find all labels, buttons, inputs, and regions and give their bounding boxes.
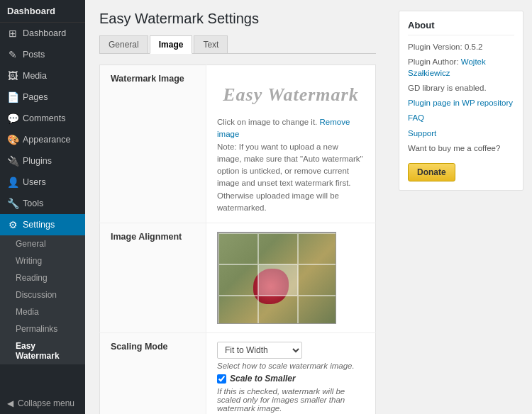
sidebar-item-media[interactable]: 🖼Media bbox=[0, 65, 85, 86]
gd-library-status: GD library is enabled. bbox=[408, 82, 514, 94]
sidebar-icon: 💬 bbox=[7, 113, 18, 124]
sidebar-label: Settings bbox=[23, 220, 55, 230]
sidebar-icon: 📄 bbox=[7, 91, 18, 103]
coffee-text: Want to buy me a coffee? bbox=[408, 142, 514, 154]
plugin-version-label: Plugin Version: bbox=[408, 43, 462, 51]
sidebar-item-tools[interactable]: 🔧Tools bbox=[0, 193, 85, 214]
tab-image[interactable]: Image bbox=[150, 35, 193, 54]
sidebar-item-users[interactable]: 👤Users bbox=[0, 172, 85, 193]
image-alignment-content bbox=[206, 223, 376, 333]
about-link-row: Support bbox=[408, 128, 514, 139]
sidebar-label: Tools bbox=[23, 198, 43, 208]
watermark-note: Note: If you want to upload a new image,… bbox=[217, 142, 363, 212]
about-link-row: FAQ bbox=[408, 112, 514, 123]
sidebar-label: Users bbox=[23, 177, 46, 187]
image-alignment-label: Image Alignment bbox=[100, 223, 206, 333]
alignment-cell-0[interactable] bbox=[218, 233, 258, 264]
watermark-desc: Click on image to change it. Remove imag… bbox=[217, 116, 365, 214]
sidebar-item-settings[interactable]: ⚙Settings bbox=[0, 214, 85, 235]
alignment-cell-1[interactable] bbox=[258, 233, 298, 264]
watermark-image-content: Easy Watermark Click on image to change … bbox=[206, 65, 376, 223]
main-area: Easy Watermark Settings GeneralImageText… bbox=[85, 0, 532, 414]
sidebar-label: Pages bbox=[23, 92, 48, 102]
about-link[interactable]: FAQ bbox=[408, 113, 424, 122]
submenu-item-media[interactable]: Media bbox=[0, 303, 85, 320]
sidebar-label: Comments bbox=[23, 113, 65, 123]
sidebar-icon: ⚙ bbox=[7, 219, 18, 230]
about-link-row: Plugin page in WP repository bbox=[408, 97, 514, 108]
sidebar-item-posts[interactable]: ✎Posts bbox=[0, 44, 85, 65]
alignment-cell-8[interactable] bbox=[298, 296, 336, 324]
sidebar-icon: 🖼 bbox=[7, 70, 18, 82]
settings-table: Watermark Image Easy Watermark Click on … bbox=[99, 65, 376, 414]
sidebar-icon: ⊞ bbox=[7, 28, 18, 39]
sidebar-title[interactable]: Dashboard bbox=[0, 0, 85, 23]
sidebar-item-dashboard[interactable]: ⊞Dashboard bbox=[0, 23, 85, 44]
scaling-mode-content: Fit to WidthFit to HeightFit to ImageCus… bbox=[206, 333, 376, 415]
about-links: Plugin page in WP repositoryFAQSupport bbox=[408, 97, 514, 138]
watermark-text-display: Easy Watermark bbox=[223, 84, 358, 106]
sidebar-item-appearance[interactable]: 🎨Appearance bbox=[0, 129, 85, 150]
sidebar: Dashboard ⊞Dashboard✎Posts🖼Media📄Pages💬C… bbox=[0, 0, 85, 414]
sidebar-label: Appearance bbox=[23, 135, 70, 145]
sidebar-item-comments[interactable]: 💬Comments bbox=[0, 108, 85, 129]
submenu-item-permalinks[interactable]: Permalinks bbox=[0, 320, 85, 337]
right-panel: About Plugin Version: 0.5.2 Plugin Autho… bbox=[390, 0, 532, 414]
sidebar-item-plugins[interactable]: 🔌Plugins bbox=[0, 150, 85, 172]
sidebar-icon: 🔧 bbox=[7, 198, 18, 209]
watermark-image-row: Watermark Image Easy Watermark Click on … bbox=[100, 65, 376, 223]
alignment-cell-6[interactable] bbox=[218, 296, 258, 324]
plugin-version-row: Plugin Version: 0.5.2 bbox=[408, 41, 514, 52]
scale-smaller-row: Scale to Smaller bbox=[217, 374, 365, 384]
flower-image bbox=[217, 232, 336, 324]
image-alignment-row: Image Alignment bbox=[100, 223, 376, 333]
sidebar-icon: ✎ bbox=[7, 49, 18, 60]
alignment-grid bbox=[218, 233, 336, 324]
collapse-label: Collapse menu bbox=[18, 398, 74, 408]
alignment-cell-4[interactable] bbox=[258, 264, 298, 296]
plugin-author-label: Plugin Author: bbox=[408, 57, 459, 66]
sidebar-icon: 🔌 bbox=[7, 155, 18, 167]
scaling-mode-select[interactable]: Fit to WidthFit to HeightFit to ImageCus… bbox=[217, 342, 302, 359]
scaling-mode-row: Scaling Mode Fit to WidthFit to HeightFi… bbox=[100, 333, 376, 415]
submenu-item-easy-watermark[interactable]: Easy Watermark bbox=[0, 337, 85, 364]
page-content: Easy Watermark Settings GeneralImageText… bbox=[85, 0, 390, 414]
sidebar-icon: 🎨 bbox=[7, 134, 18, 145]
scale-smaller-checkbox[interactable] bbox=[217, 374, 226, 384]
tabs-container: GeneralImageText bbox=[99, 35, 376, 54]
scaling-desc: Select how to scale watermark image. bbox=[217, 362, 365, 370]
about-link[interactable]: Plugin page in WP repository bbox=[408, 99, 513, 107]
donate-button[interactable]: Donate bbox=[408, 163, 455, 181]
plugin-author-row: Plugin Author: Wojtek Szałkiewicz bbox=[408, 56, 514, 79]
click-instruction: Click on image to change it. bbox=[217, 118, 317, 126]
alignment-cell-7[interactable] bbox=[258, 296, 298, 324]
alignment-cell-5[interactable] bbox=[298, 264, 336, 296]
sidebar-item-pages[interactable]: 📄Pages bbox=[0, 86, 85, 108]
watermark-image-label: Watermark Image bbox=[100, 65, 206, 223]
about-box: About Plugin Version: 0.5.2 Plugin Autho… bbox=[399, 11, 523, 191]
tab-text[interactable]: Text bbox=[194, 35, 228, 53]
tab-general[interactable]: General bbox=[99, 35, 148, 53]
about-link[interactable]: Support bbox=[408, 129, 436, 138]
alignment-cell-3[interactable] bbox=[218, 264, 258, 296]
content-area: Easy Watermark Settings GeneralImageText… bbox=[85, 0, 532, 414]
submenu-item-general[interactable]: General bbox=[0, 235, 85, 252]
submenu-item-discussion[interactable]: Discussion bbox=[0, 286, 85, 303]
submenu-item-reading[interactable]: Reading bbox=[0, 269, 85, 286]
sidebar-label: Dashboard bbox=[23, 28, 66, 38]
submenu-item-writing[interactable]: Writing bbox=[0, 252, 85, 269]
sidebar-label: Media bbox=[23, 71, 47, 81]
about-title: About bbox=[408, 20, 514, 35]
collapse-menu[interactable]: ◀ Collapse menu bbox=[0, 393, 85, 414]
page-title: Easy Watermark Settings bbox=[99, 11, 376, 27]
scale-smaller-desc: If this is checked, watermark will be sc… bbox=[217, 387, 365, 413]
sidebar-icon: 👤 bbox=[7, 177, 18, 188]
sidebar-label: Plugins bbox=[23, 156, 52, 166]
alignment-cell-2[interactable] bbox=[298, 233, 336, 264]
collapse-icon: ◀ bbox=[7, 398, 13, 408]
scale-smaller-label[interactable]: Scale to Smaller bbox=[230, 374, 296, 384]
scaling-mode-label: Scaling Mode bbox=[100, 333, 206, 415]
plugin-version: 0.5.2 bbox=[465, 43, 483, 51]
sidebar-label: Posts bbox=[23, 50, 45, 60]
